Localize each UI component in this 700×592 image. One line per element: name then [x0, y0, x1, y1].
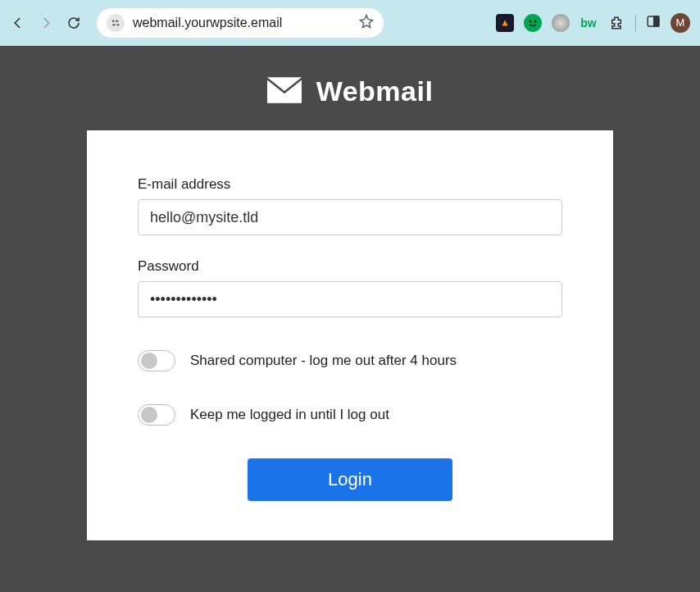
email-group: E-mail address [138, 176, 562, 235]
email-label: E-mail address [138, 176, 562, 193]
profile-avatar[interactable]: M [670, 13, 690, 33]
shared-computer-label: Shared computer - log me out after 4 hou… [190, 353, 457, 369]
keep-logged-label: Keep me logged in until I log out [190, 407, 389, 423]
login-card: E-mail address Password Shared computer … [87, 130, 613, 540]
page-body: Webmail E-mail address Password Shared c… [0, 46, 700, 592]
email-input[interactable] [138, 199, 562, 235]
password-input[interactable] [138, 281, 562, 317]
browser-toolbar: webmail.yourwpsite.email bw M [0, 0, 700, 46]
password-group: Password [138, 258, 562, 317]
svg-point-0 [112, 20, 115, 22]
url-text[interactable]: webmail.yourwpsite.email [133, 16, 359, 30]
address-bar[interactable]: webmail.yourwpsite.email [97, 8, 384, 38]
svg-rect-2 [112, 24, 116, 25]
extension-icon-1[interactable] [496, 14, 514, 32]
reload-button[interactable] [66, 15, 82, 31]
bookmark-star-icon[interactable] [359, 14, 374, 32]
password-label: Password [138, 258, 562, 275]
svg-point-6 [534, 20, 537, 22]
envelope-icon [267, 77, 302, 107]
keep-logged-row: Keep me logged in until I log out [138, 404, 562, 426]
extension-icon-2[interactable] [524, 14, 542, 32]
svg-point-5 [530, 20, 532, 22]
side-panel-icon[interactable] [646, 14, 661, 32]
forward-button[interactable] [38, 15, 54, 31]
toggle-section: Shared computer - log me out after 4 hou… [138, 350, 562, 426]
toolbar-divider [635, 15, 636, 31]
svg-rect-9 [654, 16, 659, 26]
site-info-icon[interactable] [107, 14, 125, 32]
back-button[interactable] [10, 15, 26, 31]
svg-point-3 [117, 24, 120, 26]
brand-title: Webmail [316, 75, 434, 107]
shared-computer-toggle[interactable] [138, 350, 175, 371]
extension-icons: bw M [496, 13, 690, 33]
extension-icon-3[interactable] [552, 14, 570, 32]
svg-rect-1 [115, 20, 118, 21]
login-button[interactable]: Login [248, 458, 452, 501]
shared-computer-row: Shared computer - log me out after 4 hou… [138, 350, 562, 371]
brand-logo: Webmail [267, 75, 434, 107]
keep-logged-toggle[interactable] [138, 404, 175, 426]
extensions-menu-icon[interactable] [607, 14, 625, 32]
extension-icon-4[interactable]: bw [580, 14, 598, 32]
